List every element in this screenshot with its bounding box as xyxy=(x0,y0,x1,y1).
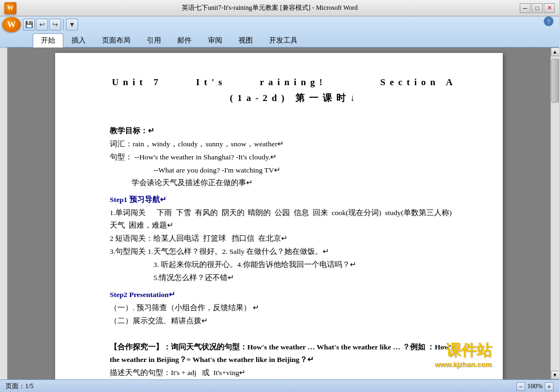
close-button[interactable]: ✕ xyxy=(544,3,555,13)
office-orb[interactable]: W xyxy=(4,2,16,14)
watermark: 课件站 www.kjzhan.com xyxy=(435,341,492,370)
step1-title: Step1 预习导航↵ xyxy=(110,194,459,206)
ribbon-area: W 💾 ↩ ↪ ▼ ? 开始 插入 页面布局 引用 邮件 审阅 xyxy=(0,16,559,47)
vertical-scrollbar[interactable]: ▲ ▼ xyxy=(550,47,559,379)
document-scroll[interactable]: Unit 7 It's raining! Section A (1a-2d) 第… xyxy=(8,47,550,379)
tab-review[interactable]: 审阅 xyxy=(200,33,230,47)
blank-line-1 xyxy=(110,112,459,124)
title-bar: W 英语七下unit7-It's-raining单元教案 [兼容模式] - Mi… xyxy=(0,0,559,16)
pattern-line1: 句型： --How's the weather in Shanghai? -It… xyxy=(110,151,459,164)
step1-phrase: 2 短语闯关：给某人回电话 打篮球 挡口信 在北京↵ xyxy=(110,233,459,245)
describe-weather: 描述天气的句型：It's + adj 或 It's+ving↵ xyxy=(110,367,459,379)
redo-button[interactable]: ↪ xyxy=(49,19,61,31)
ruler-left xyxy=(0,47,8,379)
step2-sub2: （二）展示交流、精讲点拨↵ xyxy=(110,315,459,328)
office-orb-main[interactable]: W xyxy=(2,17,21,32)
zoom-in-button[interactable]: + xyxy=(545,382,554,391)
step2-sub1: （一）. 预习筛查（小组合作，反馈结果） ↵ xyxy=(110,302,459,314)
extra-button[interactable]: ▼ xyxy=(66,19,78,31)
scroll-thumb[interactable] xyxy=(551,59,559,103)
orb-main-icon: W xyxy=(7,20,16,29)
status-bar: 页面：1/5 − 100% + xyxy=(0,379,559,392)
tab-insert[interactable]: 插入 xyxy=(63,33,94,47)
zoom-level: 100% xyxy=(527,382,543,390)
tab-references[interactable]: 引用 xyxy=(139,33,169,47)
ribbon-tabs: 开始 插入 页面布局 引用 邮件 审阅 视图 开发工具 xyxy=(0,33,559,47)
vocab-line: 词汇：rain，windy，cloudy，sunny，snow，weather↵ xyxy=(110,138,459,151)
pattern-line2: --What are you doing? -I'm watching TV↵ xyxy=(110,164,459,177)
quick-access-toolbar: W 💾 ↩ ↪ ▼ ? xyxy=(0,16,559,33)
scroll-up-button[interactable]: ▲ xyxy=(551,47,560,56)
zoom-controls: − 100% + xyxy=(516,382,554,391)
step1-pattern2: 3. 听起来你玩的很开心。4.你能告诉他给我回一个电话吗？↵ xyxy=(110,259,459,271)
undo-button[interactable]: ↩ xyxy=(36,19,48,31)
tab-page-layout[interactable]: 页面布局 xyxy=(94,33,139,47)
step1-pattern3: 5.情况怎么样？还不错↵ xyxy=(110,272,459,284)
step1-pattern1: 3.句型闯关 1.天气怎么样？很好。2. Sally 在做什么？她在做饭。↵ xyxy=(110,246,459,258)
step1-vocab: 1.单词闯关 下雨 下雪 有风的 阴天的 晴朗的 公园 信息 回来 cook(现… xyxy=(110,207,459,232)
help-icon[interactable]: ? xyxy=(544,16,554,26)
document-container: Unit 7 It's raining! Section A (1a-2d) 第… xyxy=(0,47,559,379)
orb-icon: W xyxy=(7,4,14,12)
watermark-line1: 课件站 xyxy=(446,342,492,359)
document-page: Unit 7 It's raining! Section A (1a-2d) 第… xyxy=(55,53,503,379)
page-title: Unit 7 It's raining! Section A (1a-2d) 第… xyxy=(110,75,459,106)
scroll-down-button[interactable]: ▼ xyxy=(551,371,560,379)
page-info: 页面：1/5 xyxy=(5,382,33,391)
step2-title: Step2 Presentation↵ xyxy=(110,289,459,301)
learning-goal: 学会谈论天气及描述你正在做的事↵ xyxy=(110,177,459,189)
save-button[interactable]: 💾 xyxy=(23,19,35,31)
blank-line-2 xyxy=(110,328,459,341)
cooperative1-title: 【合作探究一】：询问天气状况的句型：How's the weather … Wh… xyxy=(110,341,459,366)
tab-view[interactable]: 视图 xyxy=(230,33,261,47)
zoom-out-button[interactable]: − xyxy=(516,382,525,391)
tab-mailings[interactable]: 邮件 xyxy=(169,33,200,47)
scroll-track[interactable] xyxy=(551,56,559,371)
teaching-goal-label: 教学目标：↵ xyxy=(110,125,459,138)
window-title: 英语七下unit7-It's-raining单元教案 [兼容模式] - Micr… xyxy=(20,3,520,13)
window-controls: ─ □ ✕ xyxy=(520,3,555,13)
restore-button[interactable]: □ xyxy=(532,3,543,13)
watermark-line2: www.kjzhan.com xyxy=(435,360,492,370)
toolbar-separator xyxy=(63,19,64,30)
tab-home[interactable]: 开始 xyxy=(33,33,63,47)
tab-developer[interactable]: 开发工具 xyxy=(261,33,306,47)
minimize-button[interactable]: ─ xyxy=(520,3,531,13)
quick-toolbar: 💾 ↩ ↪ ▼ xyxy=(23,19,78,31)
